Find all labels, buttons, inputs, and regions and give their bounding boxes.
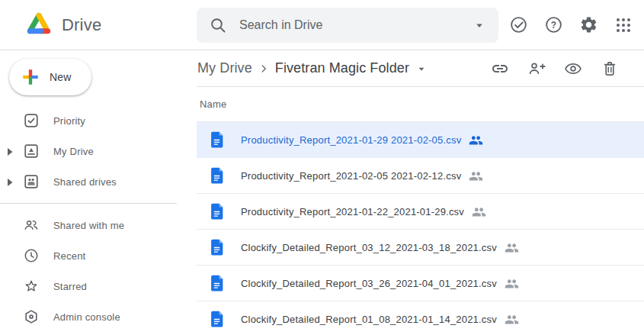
- file-row[interactable]: Clockify_Detailed_Report_03_26_2021-04_0…: [197, 266, 644, 301]
- folder-toolbar: [491, 60, 644, 78]
- shared-people-icon: [505, 242, 519, 253]
- drive-home-link[interactable]: Drive: [0, 10, 197, 40]
- shared-people-icon: [505, 278, 519, 289]
- chevron-right-icon: [257, 62, 271, 76]
- sidebar-item-label: My Drive: [53, 146, 94, 157]
- sidebar-item-label: Admin console: [53, 311, 120, 323]
- new-plus-icon: [21, 67, 40, 87]
- column-header-name[interactable]: Name: [197, 87, 644, 122]
- topbar-actions: ?: [508, 15, 644, 35]
- sidebar-item-shared-with-me[interactable]: Shared with me: [0, 210, 197, 240]
- my-drive-icon: [23, 143, 40, 159]
- help-icon[interactable]: ?: [543, 15, 563, 35]
- offline-status-icon[interactable]: [508, 15, 528, 35]
- sidebar-divider: [0, 203, 177, 204]
- shared-people-icon: [469, 170, 483, 182]
- file-name: Productivity_Report_2021-01-29 2021-02-0…: [241, 134, 461, 146]
- sidebar-item-label: Recent: [53, 250, 85, 262]
- sidebar-item-priority[interactable]: Priority: [0, 105, 197, 136]
- admin-console-icon: [23, 308, 40, 325]
- file-name: Clockify_Detailed_Report_03_26_2021-04_0…: [241, 278, 497, 289]
- breadcrumb-my-drive[interactable]: My Drive: [197, 60, 252, 76]
- csv-file-icon: [210, 275, 224, 292]
- shared-people-icon: [505, 314, 519, 325]
- file-row[interactable]: Clockify_Detailed_Report_03_12_2021-03_1…: [197, 230, 644, 266]
- column-header-label: Name: [200, 98, 226, 110]
- search-options-caret-icon[interactable]: [473, 18, 486, 32]
- search-input[interactable]: [239, 18, 473, 32]
- sidebar-item-admin-console[interactable]: Admin console: [0, 301, 197, 332]
- app-title: Drive: [62, 15, 101, 35]
- shared-people-icon: [469, 134, 483, 146]
- file-row[interactable]: Productivity_Report_2021-01-22_2021-01-2…: [197, 194, 644, 230]
- sidebar-item-recent[interactable]: Recent: [0, 240, 197, 271]
- get-link-icon[interactable]: [491, 60, 509, 78]
- settings-gear-icon[interactable]: [578, 15, 598, 35]
- recent-clock-icon: [23, 247, 40, 264]
- top-bar: Drive ?: [0, 0, 644, 50]
- search-bar[interactable]: [197, 8, 498, 43]
- sidebar-item-label: Shared drives: [53, 176, 117, 188]
- new-button-label: New: [50, 71, 72, 83]
- preview-eye-icon[interactable]: [564, 60, 582, 78]
- share-person-add-icon[interactable]: [527, 60, 546, 78]
- shared-people-icon: [472, 206, 486, 217]
- shared-with-me-icon: [23, 217, 40, 234]
- search-icon[interactable]: [209, 16, 227, 34]
- folder-menu-caret-icon[interactable]: [415, 63, 428, 75]
- file-row[interactable]: Productivity_Report_2021-01-29 2021-02-0…: [197, 122, 644, 158]
- sidebar-item-label: Starred: [53, 281, 87, 292]
- csv-file-icon: [210, 203, 224, 220]
- file-row[interactable]: Clockify_Detailed_Report_01_08_2021-01_1…: [197, 301, 644, 335]
- file-name: Clockify_Detailed_Report_03_12_2021-03_1…: [241, 242, 497, 253]
- google-apps-grid-icon[interactable]: [614, 15, 633, 35]
- file-name: Productivity_Report_2021-01-22_2021-01-2…: [241, 206, 464, 217]
- sidebar-item-shared-drives[interactable]: Shared drives: [0, 166, 197, 197]
- sidebar-item-starred[interactable]: Starred: [0, 271, 197, 301]
- expand-arrow-icon[interactable]: [7, 179, 13, 186]
- csv-file-icon: [210, 167, 224, 184]
- new-button[interactable]: New: [9, 59, 91, 95]
- sidebar-item-label: Shared with me: [53, 220, 124, 231]
- sidebar-item-my-drive[interactable]: My Drive: [0, 136, 197, 166]
- drive-logo-icon: [24, 10, 54, 40]
- file-row[interactable]: Productivity_Report_2021-02-05 2021-02-1…: [197, 158, 644, 194]
- breadcrumb-current-folder[interactable]: Fivetran Magic Folder: [275, 60, 409, 76]
- csv-file-icon: [210, 311, 224, 327]
- csv-file-icon: [210, 239, 224, 256]
- sidebar-nav: Priority My Drive: [0, 105, 197, 332]
- trash-icon[interactable]: [601, 60, 619, 78]
- file-list: Productivity_Report_2021-01-29 2021-02-0…: [197, 122, 644, 335]
- main-content: My Drive Fivetran Magic Folder: [197, 50, 644, 335]
- file-name: Clockify_Detailed_Report_01_08_2021-01_1…: [241, 314, 497, 325]
- sidebar: New Priority My Drive: [0, 50, 197, 335]
- expand-arrow-icon[interactable]: [7, 148, 13, 156]
- sidebar-item-label: Priority: [53, 115, 85, 127]
- shared-drives-icon: [23, 173, 40, 190]
- priority-icon: [23, 112, 40, 129]
- star-icon: [23, 278, 40, 295]
- breadcrumb: My Drive Fivetran Magic Folder: [197, 50, 644, 87]
- file-name: Productivity_Report_2021-02-05 2021-02-1…: [241, 170, 461, 182]
- svg-text:?: ?: [550, 20, 556, 31]
- csv-file-icon: [210, 131, 224, 148]
